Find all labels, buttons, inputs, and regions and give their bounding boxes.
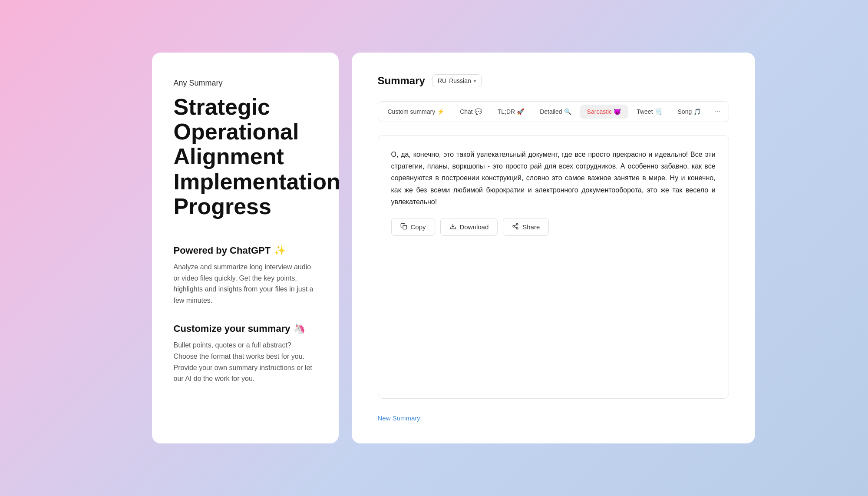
tab-chat-label: Chat xyxy=(460,108,473,115)
feature-customize: Customize your summary 🦄 Bullet points, … xyxy=(174,323,317,384)
download-button[interactable]: Download xyxy=(440,218,498,236)
summary-text: О, да, конечно, это такой увлекательный … xyxy=(391,149,716,208)
summary-header: Summary RU Russian ▾ xyxy=(378,74,729,87)
customize-emoji-icon: 🦄 xyxy=(294,323,305,334)
tab-sarcastic-label: Sarcastic xyxy=(587,108,612,115)
feature-customize-label: Customize your summary xyxy=(174,323,290,334)
svg-point-2 xyxy=(516,223,518,225)
feature-chatgpt-title: Powered by ChatGPT ✨ xyxy=(174,245,317,256)
chat-emoji-icon: 💬 xyxy=(475,108,482,115)
share-button[interactable]: Share xyxy=(503,218,549,236)
summary-title: Summary xyxy=(378,75,425,87)
content-area: О, да, конечно, это такой увлекательный … xyxy=(378,135,729,399)
tab-tweet[interactable]: Tweet 🗒️ xyxy=(630,105,669,119)
copy-label: Copy xyxy=(411,223,426,231)
tab-detailed-label: Detailed xyxy=(540,108,562,115)
feature-chatgpt-desc: Analyze and summarize long interview aud… xyxy=(174,261,317,306)
svg-point-4 xyxy=(516,228,518,229)
download-label: Download xyxy=(460,223,489,231)
copy-icon xyxy=(400,223,407,231)
tabs-container: Custom summary ⚡ Chat 💬 TL;DR 🚀 Detailed… xyxy=(378,101,729,122)
language-name: Russian xyxy=(449,77,471,84)
chevron-down-icon: ▾ xyxy=(474,79,476,83)
svg-point-3 xyxy=(513,225,515,227)
tab-sarcastic[interactable]: Sarcastic 😈 xyxy=(580,105,628,119)
tab-tldr-label: TL;DR xyxy=(498,108,515,115)
feature-customize-title: Customize your summary 🦄 xyxy=(174,323,317,334)
svg-rect-0 xyxy=(403,225,407,229)
song-emoji-icon: 🎵 xyxy=(693,108,701,115)
svg-line-6 xyxy=(515,225,517,226)
tab-tldr[interactable]: TL;DR 🚀 xyxy=(491,105,531,119)
copy-button[interactable]: Copy xyxy=(391,218,435,236)
feature-chatgpt-label: Powered by ChatGPT xyxy=(174,245,271,256)
tab-song-label: Song xyxy=(678,108,692,115)
new-summary-link[interactable]: New Summary xyxy=(378,414,729,422)
more-tabs-button[interactable]: ··· xyxy=(710,104,726,119)
hero-title: StrategicOperationalAlignmentImplementat… xyxy=(174,95,317,219)
feature-chatgpt: Powered by ChatGPT ✨ Analyze and summari… xyxy=(174,245,317,306)
share-icon xyxy=(512,223,519,231)
language-code: RU xyxy=(438,77,446,84)
any-summary-label: Any Summary xyxy=(174,79,317,88)
language-selector[interactable]: RU Russian ▾ xyxy=(432,74,482,87)
tab-tweet-label: Tweet xyxy=(637,108,653,115)
svg-line-5 xyxy=(515,227,517,228)
detailed-emoji-icon: 🔍 xyxy=(564,108,571,115)
tab-custom-summary[interactable]: Custom summary ⚡ xyxy=(381,105,452,119)
tab-chat[interactable]: Chat 💬 xyxy=(453,105,489,119)
sarcastic-emoji-icon: 😈 xyxy=(614,108,621,115)
custom-summary-emoji-icon: ⚡ xyxy=(437,108,444,115)
tweet-emoji-icon: 🗒️ xyxy=(655,108,662,115)
tab-song[interactable]: Song 🎵 xyxy=(671,105,708,119)
tldr-emoji-icon: 🚀 xyxy=(517,108,524,115)
right-panel: Summary RU Russian ▾ Custom summary ⚡ Ch… xyxy=(352,53,755,443)
download-icon xyxy=(449,223,456,231)
feature-customize-desc: Bullet points, quotes or a full abstract… xyxy=(174,340,317,384)
left-panel: Any Summary StrategicOperationalAlignmen… xyxy=(152,53,339,443)
tab-custom-summary-label: Custom summary xyxy=(388,108,436,115)
tab-detailed[interactable]: Detailed 🔍 xyxy=(533,105,578,119)
main-container: Any Summary StrategicOperationalAlignmen… xyxy=(152,53,716,443)
chatgpt-emoji-icon: ✨ xyxy=(274,245,286,256)
share-label: Share xyxy=(522,223,540,231)
action-buttons: Copy Download xyxy=(391,218,716,236)
